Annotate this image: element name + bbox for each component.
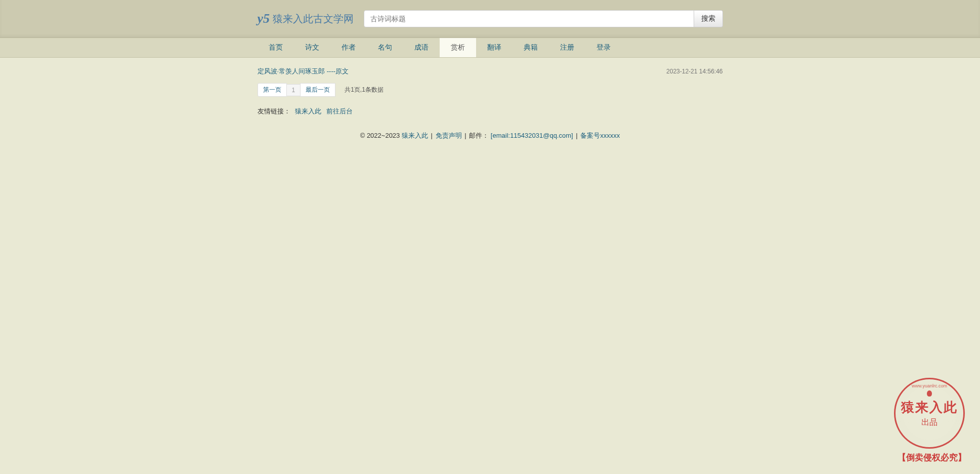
nav-item-1[interactable]: 诗文 bbox=[294, 38, 330, 57]
friend-link-0[interactable]: 猿来入此 bbox=[295, 107, 321, 115]
site-logo[interactable]: y5 猿来入此古文学网 bbox=[258, 11, 354, 26]
nav-item-6[interactable]: 翻译 bbox=[476, 38, 513, 57]
search-input[interactable] bbox=[364, 10, 694, 27]
nav-item-0[interactable]: 首页 bbox=[258, 38, 294, 57]
article-title-link[interactable]: 定风波·常羡人间琢玉郎 ----原文 bbox=[258, 67, 349, 76]
nav-item-4[interactable]: 成语 bbox=[403, 38, 440, 57]
nav-item-2[interactable]: 作者 bbox=[330, 38, 367, 57]
search-button[interactable]: 搜索 bbox=[694, 10, 723, 27]
nav-item-8[interactable]: 注册 bbox=[549, 38, 585, 57]
friend-links: 友情链接： 猿来入此 前往后台 bbox=[258, 107, 723, 116]
nav-item-5[interactable]: 赏析 bbox=[440, 38, 476, 57]
site-name: 猿来入此古文学网 bbox=[273, 12, 354, 26]
nav-item-7[interactable]: 典籍 bbox=[513, 38, 549, 57]
footer-site-link[interactable]: 猿来入此 bbox=[402, 132, 428, 139]
disclaimer-link[interactable]: 免责声明 bbox=[436, 132, 462, 139]
nav-item-9[interactable]: 登录 bbox=[585, 38, 622, 57]
beian-link[interactable]: 备案号xxxxxx bbox=[580, 132, 620, 139]
friend-label: 友情链接： bbox=[258, 107, 290, 115]
pagination: 第一页 1 最后一页 共1页,1条数据 bbox=[258, 83, 723, 97]
friend-link-1[interactable]: 前往后台 bbox=[326, 107, 353, 115]
page-current: 1 bbox=[286, 84, 301, 96]
nav-item-3[interactable]: 名句 bbox=[367, 38, 403, 57]
article-row: 定风波·常羡人间琢玉郎 ----原文2023-12-21 14:56:46 bbox=[258, 67, 723, 76]
separator: | bbox=[464, 132, 466, 139]
logo-icon: y5 bbox=[258, 11, 270, 26]
header-bar: y5 猿来入此古文学网 搜索 bbox=[0, 0, 980, 38]
copyright-text: © 2022~2023 bbox=[360, 132, 402, 139]
separator: | bbox=[576, 132, 577, 139]
separator: | bbox=[431, 132, 433, 139]
nav-bar: 首页诗文作者名句成语赏析翻译典籍注册登录 bbox=[0, 38, 980, 58]
main-content: 定风波·常羡人间琢玉郎 ----原文2023-12-21 14:56:46 第一… bbox=[258, 58, 723, 155]
page-first-button[interactable]: 第一页 bbox=[258, 83, 287, 97]
mail-label: 邮件： bbox=[469, 132, 489, 139]
email-link[interactable]: [email:115432031@qq.com] bbox=[491, 132, 573, 139]
article-date: 2023-12-21 14:56:46 bbox=[666, 68, 722, 75]
footer: © 2022~2023 猿来入此 | 免责声明 | 邮件： [email:115… bbox=[258, 126, 723, 155]
search-form: 搜索 bbox=[364, 10, 722, 27]
page-last-button[interactable]: 最后一页 bbox=[300, 83, 335, 97]
page-info: 共1页,1条数据 bbox=[345, 86, 384, 94]
